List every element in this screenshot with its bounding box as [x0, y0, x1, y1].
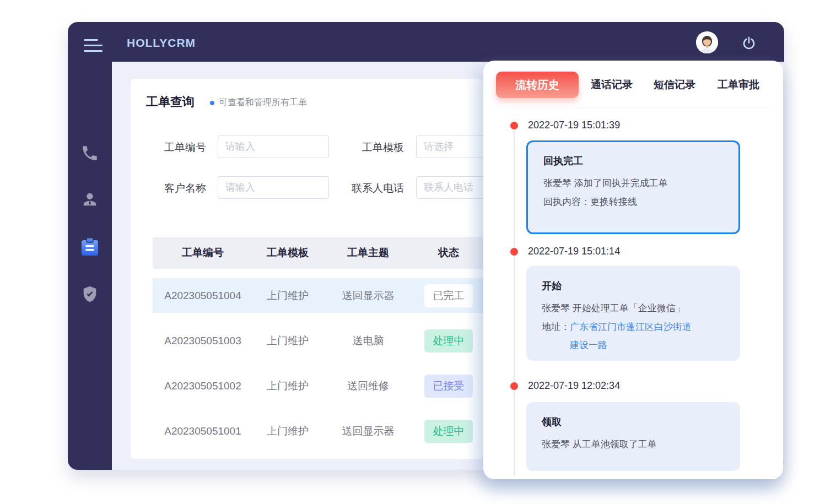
- cell-template: 上门维护: [253, 289, 322, 303]
- table-row[interactable]: A202305051002 上门维护 送回维修 已接受: [153, 368, 483, 403]
- event-line: 回执内容：更换转接线: [543, 193, 725, 212]
- cell-order-no: A202305051003: [153, 335, 253, 347]
- phone-icon: [80, 144, 99, 162]
- table-row[interactable]: A202305051003 上门维护 送电脑 处理中: [153, 323, 483, 358]
- cell-subject: 送回维修: [322, 379, 414, 393]
- cell-status: 处理中: [414, 329, 483, 353]
- user-avatar[interactable]: [696, 31, 718, 53]
- event-title: 领取: [542, 415, 727, 429]
- panel-tabs: 流转历史 通话记录 短信记录 工单审批: [496, 72, 770, 98]
- address-link[interactable]: 广东省江门市蓬江区白沙街道建设一路: [570, 318, 698, 354]
- address-label: 地址：: [542, 318, 570, 354]
- sidebar-item-calls[interactable]: [80, 144, 99, 164]
- col-template: 工单模板: [253, 246, 322, 260]
- timeline-dot: [510, 382, 518, 390]
- cell-order-no: A202305051002: [153, 380, 253, 392]
- title-dot: [210, 101, 214, 105]
- tab-flow-history[interactable]: 流转历史: [496, 72, 579, 98]
- table-header: 工单编号 工单模板 工单主题 状态: [153, 237, 483, 269]
- timeline-dot: [510, 248, 518, 256]
- clipboard-icon: [80, 237, 99, 257]
- timeline-line: [514, 126, 515, 475]
- event-line: 张爱琴 开始处理工单「企业微信」: [542, 299, 727, 318]
- tabs-divider: [496, 107, 770, 107]
- page-subtitle: 可查看和管理所有工单: [219, 97, 307, 109]
- page-title: 工单查询: [146, 94, 195, 110]
- status-badge: 处理中: [424, 420, 473, 443]
- detail-panel: 流转历史 通话记录 短信记录 工单审批 2022-07-19 15:01:39 …: [483, 61, 783, 479]
- brand-logo: HOLLYCRM: [127, 36, 196, 50]
- col-order-no: 工单编号: [153, 246, 253, 260]
- cell-subject: 送回显示器: [322, 289, 414, 303]
- timeline-card-claimed[interactable]: 领取 张爱琴 从工单池领取了工单: [526, 402, 740, 471]
- sidebar-item-customers[interactable]: [80, 189, 99, 209]
- timeline-dot: [510, 122, 518, 129]
- cell-template: 上门维护: [253, 424, 322, 438]
- status-badge: 处理中: [424, 329, 473, 353]
- cell-subject: 送回显示器: [322, 424, 414, 438]
- menu-icon[interactable]: [84, 39, 103, 53]
- customer-name-input[interactable]: [218, 176, 329, 199]
- event-line: 张爱琴 从工单池领取了工单: [542, 435, 727, 454]
- timeline-timestamp: 2022-07-19 15:01:39: [528, 120, 620, 131]
- filter-label-contact-phone: 联系人电话: [352, 181, 404, 196]
- work-order-query-card: 工单查询 可查看和管理所有工单 工单编号 工单模板 客户名称 联系人电话 工单编…: [131, 79, 483, 459]
- cell-status: 已接受: [414, 375, 483, 398]
- status-badge: 已完工: [424, 284, 473, 307]
- sidebar-item-workorders[interactable]: [80, 237, 99, 257]
- status-badge: 已接受: [424, 375, 473, 398]
- order-no-input[interactable]: [218, 136, 329, 158]
- cell-order-no: A202305051004: [153, 290, 253, 302]
- cell-status: 已完工: [414, 284, 483, 307]
- filter-label-customer: 客户名称: [156, 181, 206, 196]
- event-address-row: 地址： 广东省江门市蓬江区白沙街道建设一路: [542, 318, 727, 354]
- user-icon: [80, 189, 99, 209]
- col-status: 状态: [414, 246, 483, 260]
- cell-order-no: A202305051001: [153, 425, 253, 437]
- timeline-card-start[interactable]: 开始 张爱琴 开始处理工单「企业微信」 地址： 广东省江门市蓬江区白沙街道建设一…: [526, 266, 740, 361]
- event-line: 张爱琴 添加了回执并完成工单: [543, 174, 725, 193]
- tab-sms-records[interactable]: 短信记录: [654, 78, 695, 92]
- filter-label-template: 工单模板: [357, 140, 404, 155]
- col-subject: 工单主题: [322, 246, 414, 260]
- cell-subject: 送电脑: [322, 334, 414, 348]
- cell-template: 上门维护: [253, 379, 322, 393]
- filter-label-order-no: 工单编号: [156, 140, 206, 155]
- cell-status: 处理中: [414, 420, 483, 443]
- event-title: 开始: [542, 279, 727, 292]
- shield-check-icon: [80, 284, 99, 304]
- tab-call-records[interactable]: 通话记录: [591, 78, 633, 92]
- event-title: 回执完工: [543, 154, 725, 167]
- template-select[interactable]: [416, 136, 483, 158]
- table-row[interactable]: A202305051004 上门维护 送回显示器 已完工: [153, 278, 483, 313]
- cell-template: 上门维护: [253, 334, 322, 348]
- timeline-card-completed[interactable]: 回执完工 张爱琴 添加了回执并完成工单 回执内容：更换转接线: [526, 140, 740, 234]
- timeline-timestamp: 2022-07-19 12:02:34: [528, 380, 620, 392]
- table-body: A202305051004 上门维护 送回显示器 已完工 A2023050510…: [153, 278, 483, 459]
- contact-phone-input[interactable]: [416, 176, 483, 199]
- table-row[interactable]: A202305051001 上门维护 送回显示器 处理中: [153, 414, 483, 448]
- timeline-timestamp: 2022-07-19 15:01:14: [528, 246, 620, 257]
- sidebar-item-security[interactable]: [80, 284, 99, 304]
- tab-order-approval[interactable]: 工单审批: [718, 78, 759, 92]
- power-icon[interactable]: [742, 36, 756, 50]
